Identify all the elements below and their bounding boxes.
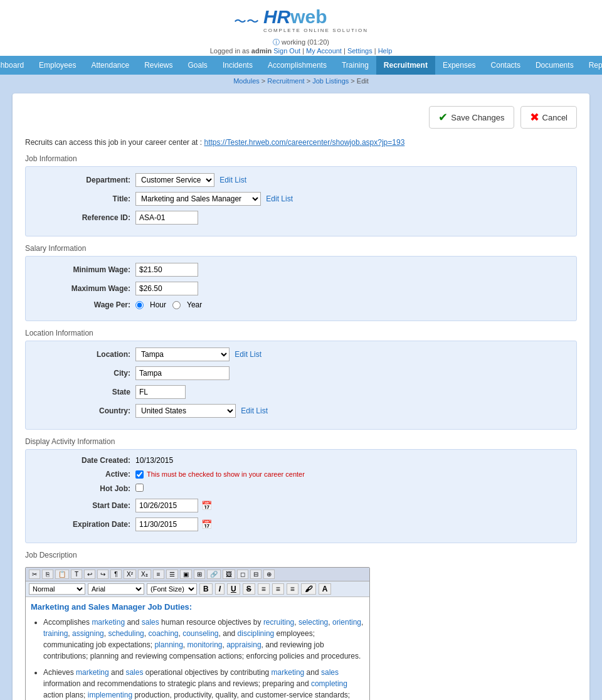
toolbar-cut[interactable]: ✂	[29, 570, 40, 579]
breadcrumb-modules[interactable]: Modules	[233, 77, 260, 85]
nav-accomplishments[interactable]: Accomplishments	[260, 56, 334, 75]
strikethrough-button[interactable]: S	[243, 583, 255, 595]
department-control: Customer Service Edit List	[135, 173, 567, 187]
location-label: Location:	[35, 350, 135, 359]
nav-attendance[interactable]: Attendance	[83, 56, 137, 75]
nav-expenses[interactable]: Expenses	[435, 56, 483, 75]
nav-dashboard[interactable]: Dashboard	[0, 56, 31, 75]
toolbar-paste-text[interactable]: T	[71, 570, 82, 579]
min-wage-input[interactable]	[135, 263, 198, 277]
working-text: working (01:20)	[282, 38, 329, 46]
state-label: State	[35, 388, 135, 396]
nav-contacts[interactable]: Contacts	[483, 56, 528, 75]
bold-button[interactable]: B	[199, 583, 213, 595]
title-label: Title:	[35, 194, 135, 203]
save-label-top: Save Changes	[451, 113, 504, 122]
wage-per-label: Wage Per:	[35, 300, 135, 309]
size-select[interactable]: (Font Size)	[147, 583, 197, 595]
career-link-url[interactable]: https://Tester.hrweb.com/careercenter/sh…	[204, 138, 404, 147]
state-input[interactable]	[135, 385, 186, 399]
start-date-input[interactable]	[135, 499, 198, 512]
title-select[interactable]: Marketing and Sales Manager	[135, 192, 261, 206]
nav-recruitment[interactable]: Recruitment	[376, 56, 435, 75]
toolbar-table2[interactable]: ⊟	[250, 570, 261, 579]
location-select[interactable]: Tampa	[135, 347, 230, 361]
toolbar-paste[interactable]: 📋	[55, 570, 69, 579]
settings-link[interactable]: Settings	[347, 47, 372, 55]
logged-in-label: Logged in as	[210, 47, 250, 55]
help-link[interactable]: Help	[378, 47, 393, 55]
title-edit-list[interactable]: Edit List	[266, 194, 293, 203]
active-checkbox[interactable]	[135, 470, 144, 479]
nav-training[interactable]: Training	[334, 56, 376, 75]
sign-out-link[interactable]: Sign Out	[273, 47, 300, 55]
hot-job-checkbox[interactable]	[135, 484, 144, 492]
city-label: City:	[35, 369, 135, 378]
toolbar-block[interactable]: ▣	[180, 570, 192, 579]
toolbar-media[interactable]: ◻	[237, 570, 248, 579]
department-select[interactable]: Customer Service	[135, 173, 214, 187]
my-account-link[interactable]: My Account	[306, 47, 342, 55]
nav-incidents[interactable]: Incidents	[215, 56, 260, 75]
location-edit-list[interactable]: Edit List	[235, 350, 261, 359]
breadcrumb-recruitment[interactable]: Recruitment	[267, 77, 304, 85]
wage-per-hour-radio[interactable]	[135, 301, 144, 309]
align-left-button[interactable]: ≡	[258, 583, 270, 595]
active-control: This must be checked to show in your car…	[135, 470, 567, 479]
ref-id-row: Reference ID:	[35, 211, 567, 225]
cancel-button-top[interactable]: ✖ Cancel	[520, 106, 577, 129]
nav-documents[interactable]: Documents	[528, 56, 581, 75]
toolbar-image[interactable]: 🖼	[223, 570, 235, 579]
editor-title: Marketing and Sales Manager Job Duties:	[31, 602, 364, 612]
toolbar-subscript[interactable]: X₂	[138, 570, 151, 579]
toolbar-redo[interactable]: ↪	[97, 570, 108, 579]
salary-info-label: Salary Information	[25, 244, 577, 253]
toolbar-superscript[interactable]: X²	[124, 570, 136, 579]
breadcrumb-job-listings[interactable]: Job Listings	[312, 77, 349, 85]
start-date-calendar-icon[interactable]: 📅	[201, 501, 212, 511]
font-select[interactable]: Arial	[88, 583, 144, 595]
state-row: State	[35, 385, 567, 399]
highlight-button[interactable]: 🖌	[301, 583, 316, 595]
max-wage-row: Maximum Wage:	[35, 282, 567, 295]
toolbar-link[interactable]: 🔗	[207, 570, 221, 579]
nav-reviews[interactable]: Reviews	[137, 56, 180, 75]
ref-id-input[interactable]	[135, 211, 198, 225]
style-select[interactable]: Normal	[29, 583, 85, 595]
department-edit-list[interactable]: Edit List	[219, 176, 246, 184]
logo-text: HR web	[263, 6, 368, 28]
wage-per-hour-label: Hour	[150, 300, 166, 309]
active-note: This must be checked to show in your car…	[147, 470, 305, 478]
toolbar-ordered-list[interactable]: ☰	[166, 570, 178, 579]
nav-reports[interactable]: Reports	[581, 56, 602, 75]
underline-button[interactable]: U	[227, 583, 240, 595]
align-center-button[interactable]: ≡	[272, 583, 284, 595]
toolbar-format[interactable]: ¶	[110, 570, 122, 579]
toolbar-table[interactable]: ⊞	[194, 570, 205, 579]
font-color-button[interactable]: A	[319, 583, 332, 595]
nav-employees[interactable]: Employees	[31, 56, 83, 75]
toolbar-more[interactable]: ⊕	[263, 570, 275, 579]
wage-per-year-radio[interactable]	[172, 301, 181, 309]
expiration-date-calendar-icon[interactable]: 📅	[201, 519, 212, 529]
salary-info-section: Minimum Wage: Maximum Wage: Wage Per: Ho…	[25, 256, 577, 321]
save-changes-button-top[interactable]: ✔ Save Changes	[429, 106, 514, 129]
wage-per-control: Hour Year	[135, 300, 567, 309]
location-info-label: Location Information	[25, 329, 577, 337]
toolbar-undo[interactable]: ↩	[84, 570, 95, 579]
country-edit-list[interactable]: Edit List	[241, 406, 268, 415]
align-right-button[interactable]: ≡	[287, 583, 298, 595]
italic-button[interactable]: I	[215, 583, 224, 595]
toolbar-unordered-list[interactable]: ≡	[153, 570, 164, 579]
hot-job-row: Hot Job:	[35, 484, 567, 494]
editor-content-area[interactable]: Marketing and Sales Manager Job Duties: …	[26, 597, 369, 700]
nav-goals[interactable]: Goals	[181, 56, 215, 75]
country-select[interactable]: United States	[135, 404, 236, 418]
toolbar-copy[interactable]: ⎘	[42, 570, 53, 579]
active-row: Active: This must be checked to show in …	[35, 470, 567, 479]
min-wage-row: Minimum Wage:	[35, 263, 567, 277]
max-wage-input[interactable]	[135, 282, 198, 295]
city-input[interactable]	[135, 366, 230, 380]
cancel-label-top: Cancel	[542, 113, 568, 122]
expiration-date-input[interactable]	[135, 517, 198, 531]
